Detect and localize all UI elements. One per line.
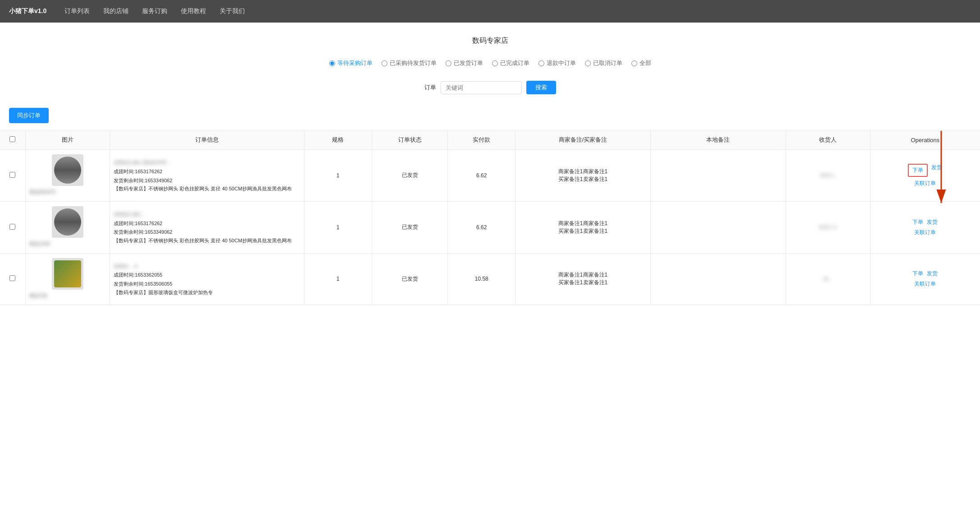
row3-order-info: 22052-... 4 成团时间:1653362055 发货剩余时间:16535… [114, 262, 300, 296]
row2-order-button[interactable]: 下单 [912, 218, 923, 226]
filter-tab-all[interactable]: 全部 [631, 59, 651, 67]
row2-amount-cell: 6.62 [448, 201, 515, 253]
row2-order-desc: 【数码专家店】不锈钢抄网头 彩色挂胶网头 直径 40 50CM抄网渔具批发黑色网… [114, 237, 300, 245]
filter-tab-refunding[interactable]: 退款中订单 [538, 59, 576, 67]
row3-buyer-note: 买家备注1卖家备注1 [519, 279, 647, 287]
filter-radio-refunding[interactable] [538, 60, 544, 66]
row1-merchant-id: 商品062875 [29, 188, 106, 197]
th-local-note: 本地备注 [650, 130, 786, 150]
filter-radio-cancelled[interactable] [585, 60, 591, 66]
nav-service[interactable]: 服务订购 [142, 7, 167, 15]
th-merchant-note: 商家备注/买家备注 [515, 130, 651, 150]
row3-spec-cell: 1 [304, 253, 372, 305]
row1-checkbox[interactable] [9, 172, 15, 178]
row2-receiver: 收货人5 [819, 224, 837, 230]
row1-merchant-note: 商家备注1商家备注1 [519, 168, 647, 176]
row1-notes-cell: 商家备注1商家备注1 买家备注1卖家备注1 [515, 150, 651, 202]
row3-relate-button[interactable]: 关联订单 [914, 281, 936, 287]
row1-spec-cell: 1 [304, 150, 372, 202]
row3-checkbox[interactable] [9, 275, 15, 281]
row1-remain-time: 发货剩余时间:1653349062 [114, 176, 300, 185]
row2-status: 已发货 [402, 224, 418, 230]
row1-ops-row1: 下单 发货 [908, 164, 942, 177]
row3-merchant-id: 商品766 [29, 291, 106, 300]
th-status: 订单状态 [372, 130, 448, 150]
search-input[interactable] [441, 81, 522, 94]
row1-group-time: 成团时间:1653176262 [114, 167, 300, 176]
row2-remain-time: 发货剩余时间:1653349062 [114, 228, 300, 237]
filter-radio-purchased[interactable] [382, 60, 387, 66]
th-receiver: 收货人 [786, 130, 870, 150]
nav-tutorial[interactable]: 使用教程 [181, 7, 206, 15]
table-row: 商品766 22052-... 4 成团时间:1653362055 发货剩余时间… [0, 253, 980, 305]
row2-image-cell: 商品1340 [25, 201, 110, 253]
filter-radio-shipped[interactable] [446, 60, 451, 66]
row2-operations-cell: 下单 发货 关联订单 [870, 201, 980, 253]
row3-ship-button[interactable]: 发货 [927, 270, 938, 277]
row2-product-image [52, 206, 83, 238]
row1-receiver-cell: 收货人 [786, 150, 870, 202]
row2-order-id: 220522-262-... [114, 210, 300, 219]
row3-ops: 下单 发货 关联订单 [874, 270, 976, 288]
row3-notes-cell: 商家备注1商家备注1 买家备注1卖家备注1 [515, 253, 651, 305]
row3-remain-time: 发货剩余时间:1653506055 [114, 280, 300, 289]
filter-tab-purchased-pending-ship[interactable]: 已采购待发货订单 [382, 59, 437, 67]
filter-tab-cancelled[interactable]: 已取消订单 [585, 59, 622, 67]
filter-radio-completed[interactable] [492, 60, 498, 66]
nav-links: 订单列表 我的店铺 服务订购 使用教程 关于我们 [64, 7, 245, 15]
filter-radio-all[interactable] [631, 60, 637, 66]
row3-status: 已发货 [402, 276, 418, 282]
row1-image-placeholder [54, 157, 81, 184]
sync-section: 同步订单 [0, 103, 980, 130]
store-title: 数码专家店 [0, 32, 980, 55]
table-row: 商品1340 220522-262-... 成团时间:1653176262 发货… [0, 201, 980, 253]
app-brand: 小猪下单v1.0 [9, 7, 46, 15]
th-image: 图片 [25, 130, 110, 150]
row1-product-image [52, 154, 83, 186]
row3-order-info-cell: 22052-... 4 成团时间:1653362055 发货剩余时间:16535… [110, 253, 304, 305]
row2-ship-button[interactable]: 发货 [927, 218, 938, 226]
row2-relate-button[interactable]: 关联订单 [914, 229, 936, 236]
filter-radio-pending[interactable] [329, 60, 335, 66]
row2-image-placeholder [54, 208, 81, 236]
row1-order-button[interactable]: 下单 [908, 164, 928, 177]
row3-ops-row2: 关联订单 [914, 280, 936, 288]
filter-tabs: 等待采购订单 已采购待发货订单 已发货订单 已完成订单 退款中订单 已取消订单 [0, 55, 980, 76]
row1-local-note-cell [650, 150, 786, 202]
row2-ops-row1: 下单 发货 [912, 218, 938, 226]
row1-order-id: 220522-262-155410707... [114, 158, 300, 167]
row3-image-placeholder [54, 260, 81, 287]
th-checkbox [0, 130, 25, 150]
row2-merchant-id: 商品1340 [29, 240, 106, 249]
row3-order-desc: 【数码专家店】圆形玻璃饭盒可微波炉加热专 [114, 289, 300, 296]
filter-tab-pending-purchase[interactable]: 等待采购订单 [329, 59, 373, 67]
search-button[interactable]: 搜索 [526, 81, 556, 94]
row1-status-cell: 已发货 [372, 150, 448, 202]
row1-ops-row2: 关联订单 [914, 180, 936, 187]
nav-about[interactable]: 关于我们 [220, 7, 245, 15]
select-all-checkbox[interactable] [9, 136, 15, 142]
row1-image-cell: 商品062875 [25, 150, 110, 202]
row3-order-id: 22052-... 4 [114, 262, 300, 271]
row1-spec: 1 [336, 172, 340, 179]
row3-order-button[interactable]: 下单 [912, 270, 923, 277]
row2-ops: 下单 发货 关联订单 [874, 218, 976, 236]
row1-ops: 下单 发货 关联订单 [874, 164, 976, 187]
row3-local-note-cell [650, 253, 786, 305]
filter-tab-shipped[interactable]: 已发货订单 [446, 59, 483, 67]
sync-orders-button[interactable]: 同步订单 [9, 108, 49, 123]
row1-relate-button[interactable]: 关联订单 [914, 180, 936, 186]
row2-buyer-note: 买家备注1卖家备注1 [519, 227, 647, 235]
row3-amount: 10.58 [475, 276, 488, 282]
row3-merchant-note: 商家备注1商家备注1 [519, 271, 647, 279]
nav-order-list[interactable]: 订单列表 [64, 7, 90, 15]
row2-spec-cell: 1 [304, 201, 372, 253]
row1-ship-button[interactable]: 发货 [931, 164, 942, 177]
table-row: 商品062875 220522-262-155410707... 成团时间:16… [0, 150, 980, 202]
row2-ops-row2: 关联订单 [914, 229, 936, 236]
row2-order-info: 220522-262-... 成团时间:1653176262 发货剩余时间:16… [114, 210, 300, 245]
row3-spec: 1 [336, 276, 340, 282]
filter-tab-completed[interactable]: 已完成订单 [492, 59, 529, 67]
row2-checkbox[interactable] [9, 224, 15, 230]
nav-my-shop[interactable]: 我的店铺 [103, 7, 129, 15]
